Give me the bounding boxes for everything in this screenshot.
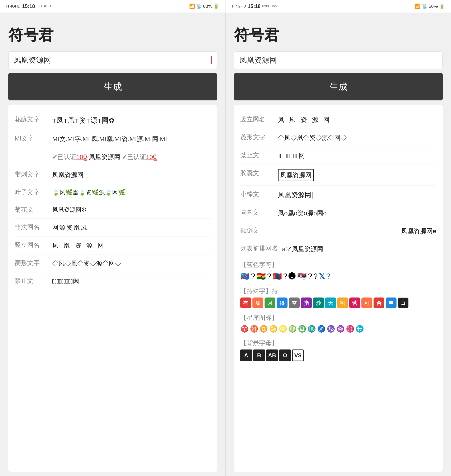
badge-zhi: 指 (301, 298, 312, 308)
bg-letters-row: A B AB O VS (240, 350, 436, 361)
q-mark-6: ? (326, 271, 330, 282)
right-status-left: 📶 📡 68% 🔋 (189, 4, 219, 9)
left-status-left: H 4GHD 15:18 0:30 KB/s (6, 3, 51, 9)
value-right-diamond: ◇凤◇凰◇资◇源◇网◇ (278, 133, 436, 142)
value-right-vertical: 凤 凰 资 源 网 (278, 115, 436, 125)
taurus: ♉ (250, 324, 258, 334)
main-container: 符号君 生成 花藤文字 ᴛ凤ᴛ凰ᴛ资ᴛ源ᴛ网✿ Ml文字 Ml文.Ml字.Ml … (0, 13, 451, 476)
badge-shen: 申 (386, 298, 396, 308)
battery-icon-right: 📶 📡 68% 🔋 (415, 4, 445, 9)
label-stick: 小棒文 (240, 190, 274, 198)
badge-ke: 可 (361, 298, 372, 308)
kb-left: 0:30 KB/s (37, 4, 51, 8)
value-huateng: ᴛ凤ᴛ凰ᴛ资ᴛ源ᴛ网✿ (52, 115, 211, 126)
badge-ko: コ (398, 298, 409, 308)
label-spine: 带刺文字 (15, 170, 48, 179)
search-input-left[interactable] (13, 56, 211, 64)
flag-cd: 🇨🇩 (240, 271, 250, 282)
q-mark-3: ? (283, 271, 287, 282)
result-row-right-diamond: 菱形文字 ◇凤◇凰◇资◇源◇网◇ (240, 129, 436, 147)
label-leaf: 叶子文字 (15, 188, 48, 197)
badge-he: 合 (374, 298, 384, 308)
label-right-diamond: 菱形文字 (240, 133, 274, 142)
label-capsule: 胶囊文 (240, 169, 274, 177)
badge-you: 有 (240, 298, 251, 308)
generate-button-right[interactable]: 生成 (234, 73, 443, 100)
label-list: 列表前排网名 (240, 244, 278, 253)
value-illegal: 网源资凰凤 (52, 223, 211, 232)
value-flower: 凤凰资源网✻ (52, 206, 211, 214)
label-flower: 菊花文 (15, 206, 48, 214)
blue-chars-label: 【蓝色字符】 (240, 261, 436, 269)
cancer: ♋ (269, 324, 277, 334)
result-row-spine: 带刺文字 凤凰资源网· (15, 166, 211, 184)
results-card-right: 竖立网名 凤 凰 资 源 网 菱形文字 ◇凤◇凰◇资◇源◇网◇ 禁止文 ⃠凤⃠凰… (234, 105, 443, 472)
special-chars-label: 【持殊字】持 (240, 287, 436, 295)
scorpio: ♏ (307, 324, 316, 334)
label-huateng: 花藤文字 (15, 115, 48, 124)
value-circle: 凤o凰o资o源o网o (278, 208, 436, 218)
letter-x: 𝕏 (319, 271, 325, 282)
label-upside: 颠倒文 (240, 226, 274, 235)
status-bar-left: H 4GHD 15:18 0:30 KB/s 📶 📡 68% 🔋 (0, 0, 226, 13)
flag-mn: 🇲🇳 (272, 271, 282, 282)
label-ban: 禁止文 (15, 277, 48, 285)
label-ml: Ml文字 (15, 134, 48, 143)
label-vertical: 竖立网名 (15, 241, 48, 249)
q-mark-4: ? (308, 271, 312, 282)
letter-q: 🅠 (288, 271, 296, 282)
special-chars-section: 【持殊字】持 有 满 月 得 空 指 沙 无 割 营 可 合 申 コ (240, 284, 436, 311)
generate-button-left[interactable]: 生成 (8, 73, 217, 100)
input-container-left[interactable] (8, 51, 217, 69)
value-right-ban: ⃠凤⃠凰⃠资⃠源⃠网 (278, 151, 436, 160)
libra: ♎ (298, 324, 306, 334)
badge-sha: 沙 (313, 298, 324, 308)
pisces: ♓ (346, 324, 354, 334)
bg-letter-o: O (279, 350, 291, 361)
leo: ♌ (279, 324, 287, 334)
right-panel: 符号君 生成 竖立网名 凤 凰 资 源 网 菱形文字 ◇凤◇凰◇资◇源◇网◇ 禁… (226, 13, 451, 476)
sagittarius: ♐ (317, 324, 326, 334)
badge-ying: 营 (349, 298, 360, 308)
result-row-diamond: 菱形文字 ◇凤◇凰◇资◇源◇网◇ (15, 255, 211, 272)
result-row-right-ban: 禁止文 ⃠凤⃠凰⃠资⃠源⃠网 (240, 147, 436, 165)
value-stick: 凤凰资源网| (278, 190, 436, 200)
value-diamond: ◇凤◇凰◇资◇源◇网◇ (52, 259, 211, 268)
result-row-leaf: 叶子文字 🍃凤🌿凰🍃资🌿源🍃网🌿 (15, 184, 211, 201)
result-row-stick: 小棒文 凤凰资源网| (240, 186, 436, 204)
label-diamond: 菱形文字 (15, 259, 48, 267)
star-signs-row: ♈ ♉ ♊ ♋ ♌ ♍ ♎ ♏ ♐ ♑ ♒ ♓ ⛎ (240, 324, 436, 334)
result-row-flower: 菊花文 凤凰资源网✻ (15, 201, 211, 219)
result-row-ml: Ml文字 Ml文.Ml字.Ml 凤.Ml凰.Ml资.Ml源.Ml网.Ml (15, 130, 211, 148)
bg-letter-vs: VS (292, 350, 304, 361)
q-mark-1: ? (251, 271, 255, 282)
virgo: ♍ (288, 324, 297, 334)
signal-icon-left: H 4GHD (6, 4, 20, 9)
result-row-right-vertical: 竖立网名 凤 凰 资 源 网 (240, 111, 436, 129)
status-bars: H 4GHD 15:18 0:30 KB/s 📶 📡 68% 🔋 H 4GHD … (0, 0, 451, 13)
flag-gh: 🇬🇭 (257, 271, 266, 282)
status-bar-right: H 4GHD 15:18 0:00 KB/s 📶 📡 68% 🔋 (226, 0, 451, 13)
search-input-right[interactable] (239, 56, 438, 64)
star-signs-label: 【星座图标】 (240, 313, 436, 322)
time-right: 15:18 (248, 3, 261, 9)
badge-wu: 无 (325, 298, 336, 308)
value-capsule: 凤凰资源网 (278, 169, 436, 181)
time-left: 15:18 (22, 3, 35, 9)
result-row-circle: 圈圈文 凤o凰o资o源o网o (240, 204, 436, 222)
ophiuchus: ⛎ (356, 324, 364, 334)
blue-chars-row: 🇨🇩 ? 🇬🇭 ? 🇲🇳 ? 🅠 🇷🇸 ? ? 𝕏 ? (240, 271, 436, 282)
badge-man: 满 (252, 298, 263, 308)
bg-letter-b: B (253, 350, 265, 361)
value-list: a'✓凤凰资源网 (282, 244, 436, 254)
left-panel: 符号君 生成 花藤文字 ᴛ凤ᴛ凰ᴛ资ᴛ源ᴛ网✿ Ml文字 Ml文.Ml字.Ml … (0, 13, 226, 476)
value-leaf: 🍃凤🌿凰🍃资🌿源🍃网🌿 (52, 188, 211, 197)
result-row-vertical: 竖立网名 凤 凰 资 源 网 (15, 237, 211, 255)
star-signs-section: 【星座图标】 ♈ ♉ ♊ ♋ ♌ ♍ ♎ ♏ ♐ ♑ ♒ ♓ ⛎ (240, 311, 436, 336)
input-container-right[interactable] (234, 51, 443, 69)
badge-kong: 空 (289, 298, 300, 308)
badge-de: 得 (277, 298, 288, 308)
value-upside: 凤凰资源网ɐ (278, 226, 436, 236)
gemini: ♊ (260, 324, 268, 334)
value-verified: ✔已认证100̲ 凤凰资源网 ✔已认证100̲ (52, 152, 211, 162)
